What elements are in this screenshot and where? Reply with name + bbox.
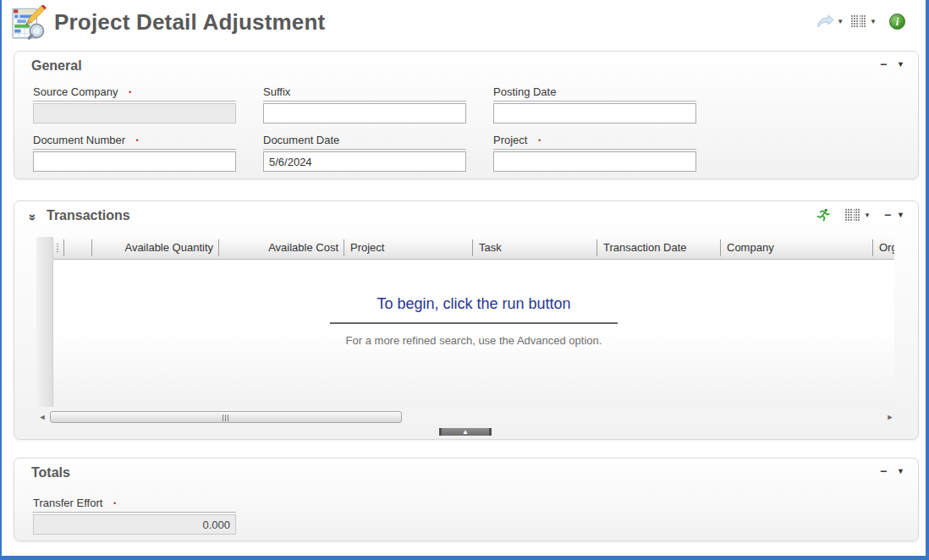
grid-column-chooser-button[interactable]: ▼ [844, 209, 872, 222]
column-header-available-quantity[interactable]: Available Quantity [92, 237, 219, 259]
general-section-title: General [31, 58, 82, 74]
share-button[interactable]: ▼ [814, 14, 845, 30]
column-header-company[interactable]: Company [721, 237, 873, 259]
column-header-available-cost[interactable]: Available Cost [219, 237, 344, 259]
grid-corner-cell [53, 237, 64, 259]
suffix-label: Suffix [263, 85, 290, 98]
header-actions: ▼ ▼ i [814, 14, 905, 30]
totals-section-controls: − ▼ [880, 467, 904, 475]
grid-header: Available Quantity Available Cost Projec… [53, 237, 894, 260]
transactions-minimize-button[interactable]: − [884, 211, 891, 219]
document-date-input[interactable] [263, 151, 466, 172]
share-icon [816, 14, 834, 30]
row-handle-grip-icon [57, 244, 58, 253]
field-suffix: Suffix [263, 85, 466, 124]
transfer-effort-label: Transfer Effort [33, 497, 102, 509]
transactions-collapse-icon[interactable]: » [28, 214, 38, 221]
field-document-number: Document Number ▪ [33, 134, 236, 172]
source-company-label: Source Company [33, 85, 118, 98]
scrollbar-grip-icon [223, 415, 229, 421]
general-collapse-caret[interactable]: ▼ [897, 60, 904, 69]
document-date-label: Document Date [263, 134, 339, 146]
required-marker-icon: ▪ [129, 89, 131, 96]
required-marker-icon: ▪ [113, 500, 116, 507]
suffix-input[interactable] [263, 103, 466, 124]
grid-empty-state: To begin, click the run button For a mor… [53, 260, 894, 347]
app-icon [12, 5, 47, 41]
posting-date-label: Posting Date [493, 85, 556, 98]
general-section: General − ▼ Source Company ▪ Suffix Post… [14, 51, 919, 179]
transactions-collapse-caret[interactable]: ▼ [897, 211, 904, 219]
transactions-section-title: Transactions [47, 208, 130, 223]
grid-row-selector-strip [36, 237, 53, 407]
transfer-effort-input [33, 514, 236, 535]
column-header-project[interactable]: Project [344, 237, 473, 259]
required-marker-icon: ▪ [136, 137, 139, 144]
columns-caret-icon[interactable]: ▼ [870, 18, 877, 25]
grid-columns-caret-icon[interactable]: ▼ [864, 211, 871, 219]
column-header-transaction-date[interactable]: Transaction Date [597, 237, 721, 259]
posting-date-input[interactable] [493, 103, 696, 124]
field-project: Project ▪ [493, 134, 696, 172]
source-company-input [33, 103, 236, 124]
transactions-toolbar: ▼ − ▼ [815, 208, 904, 222]
column-header-blank[interactable] [64, 237, 92, 259]
column-header-organization[interactable]: Organiza [873, 237, 894, 259]
project-label: Project [493, 134, 527, 146]
document-number-label: Document Number [33, 134, 125, 146]
general-minimize-button[interactable]: − [880, 60, 887, 69]
scroll-left-arrow-icon[interactable]: ◄ [36, 413, 48, 421]
field-transfer-effort: Transfer Effort ▪ [33, 497, 236, 535]
field-source-company: Source Company ▪ [33, 85, 236, 124]
transactions-section: » Transactions ▼ − ▼ [14, 200, 919, 440]
scrollbar-thumb[interactable] [50, 411, 402, 423]
required-marker-icon: ▪ [538, 137, 541, 144]
share-caret-icon[interactable]: ▼ [837, 18, 844, 25]
horizontal-scrollbar: ◄ ► [36, 409, 896, 424]
panel-splitter-handle[interactable]: ▲ [439, 428, 492, 436]
totals-section-title: Totals [31, 465, 70, 480]
empty-state-divider [330, 322, 618, 324]
grid-empty-area: To begin, click the run button For a mor… [53, 260, 894, 407]
info-button[interactable]: i [889, 14, 905, 30]
totals-collapse-caret[interactable]: ▼ [897, 467, 904, 475]
totals-section: Totals − ▼ Transfer Effort ▪ [14, 458, 919, 541]
column-chooser-button[interactable]: ▼ [849, 15, 878, 28]
totals-minimize-button[interactable]: − [880, 467, 887, 475]
run-button[interactable] [815, 208, 832, 222]
field-posting-date: Posting Date [493, 85, 696, 124]
project-input[interactable] [493, 151, 696, 172]
run-icon [816, 208, 830, 222]
document-number-input[interactable] [33, 151, 236, 172]
scroll-right-arrow-icon[interactable]: ► [884, 413, 896, 421]
scrollbar-track[interactable] [48, 410, 884, 424]
column-header-task[interactable]: Task [473, 237, 597, 259]
general-section-controls: − ▼ [880, 60, 904, 69]
empty-state-hint: For a more refined search, use the Advan… [53, 334, 894, 347]
window: Project Detail Adjustment ▼ ▼ i General … [0, 0, 929, 560]
columns-icon [851, 15, 867, 28]
columns-icon [845, 209, 861, 222]
page-title: Project Detail Adjustment [54, 9, 325, 36]
field-document-date: Document Date [263, 134, 466, 172]
empty-state-message: To begin, click the run button [53, 295, 894, 313]
